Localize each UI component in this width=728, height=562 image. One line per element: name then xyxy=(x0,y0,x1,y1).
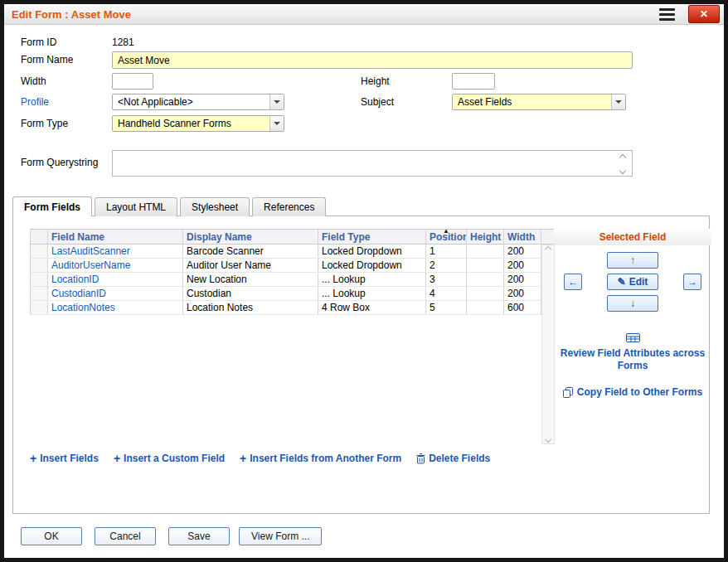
header-height[interactable]: Height xyxy=(467,230,504,244)
insert-fields-link[interactable]: + Insert Fields xyxy=(30,453,99,464)
up-arrow-icon: ↑ xyxy=(630,254,635,266)
profile-value: <Not Applicable> xyxy=(113,94,269,109)
review-field-attributes-link[interactable]: Review Field Attributes across Forms xyxy=(554,347,711,372)
edit-form-dialog: Edit Form : Asset Move ✕ Form ID 1281 Fo… xyxy=(0,0,728,562)
cell-display-name: Location Notes xyxy=(183,301,318,314)
form-id-row: Form ID 1281 xyxy=(21,34,707,52)
querystring-scroll-icons xyxy=(618,153,628,175)
row-selector[interactable] xyxy=(30,287,48,300)
close-button[interactable]: ✕ xyxy=(688,5,720,23)
cell-height xyxy=(467,273,504,286)
form-fields-panel: Field Name Display Name Field Type ▲ Pos… xyxy=(12,216,710,514)
view-form-button[interactable]: View Form ... xyxy=(239,527,322,545)
subject-dropdown[interactable]: Asset Fields xyxy=(452,94,626,110)
cell-field-type: ... Lookup xyxy=(318,287,426,300)
move-up-button[interactable]: ↑ xyxy=(607,252,658,269)
header-position[interactable]: ▲ Position xyxy=(426,230,467,244)
form-name-label: Form Name xyxy=(21,54,73,65)
menu-icon[interactable] xyxy=(659,8,675,21)
cell-position: 4 xyxy=(426,287,467,300)
insert-custom-field-link[interactable]: + Insert a Custom Field xyxy=(114,453,225,464)
copy-field-link[interactable]: Copy Field to Other Forms xyxy=(563,386,702,399)
close-icon: ✕ xyxy=(700,8,708,20)
move-row: ← ✎ Edit → xyxy=(564,274,701,290)
row-selector[interactable] xyxy=(30,259,48,272)
cell-display-name: Custodian xyxy=(183,287,318,300)
dialog-title: Edit Form : Asset Move xyxy=(12,8,131,21)
subject-label: Subject xyxy=(361,96,394,108)
cell-display-name: Barcode Scanner xyxy=(183,245,318,258)
fields-table: Field Name Display Name Field Type ▲ Pos… xyxy=(30,229,555,315)
row-selector[interactable] xyxy=(30,245,48,258)
profile-dropdown[interactable]: <Not Applicable> xyxy=(112,94,284,110)
header-scroll-spacer xyxy=(541,230,555,244)
tab-form-fields[interactable]: Form Fields xyxy=(12,196,92,216)
cell-field-name[interactable]: CustodianID xyxy=(48,287,183,300)
header-field-name[interactable]: Field Name xyxy=(48,230,183,244)
cell-width: 200 xyxy=(504,245,541,258)
row-selector[interactable] xyxy=(30,301,48,314)
form-querystring-input[interactable] xyxy=(112,150,633,177)
table-row[interactable]: LastAuditScanner Barcode Scanner Locked … xyxy=(30,245,555,259)
table-row[interactable]: CustodianID Custodian ... Lookup 4 200 xyxy=(30,287,555,301)
tab-references[interactable]: References xyxy=(252,197,326,216)
width-label: Width xyxy=(21,75,46,87)
cell-height xyxy=(467,301,504,314)
header-display-name[interactable]: Display Name xyxy=(183,230,318,244)
form-name-input[interactable] xyxy=(112,51,633,69)
header-width[interactable]: Width xyxy=(504,230,541,244)
scroll-down-icon[interactable] xyxy=(619,167,626,174)
form-id-value: 1281 xyxy=(112,36,134,48)
header-field-type[interactable]: Field Type xyxy=(318,230,426,244)
move-right-button[interactable]: → xyxy=(683,274,701,290)
scrollbar-up-icon[interactable] xyxy=(545,246,551,253)
tab-layout-html[interactable]: Layout HTML xyxy=(95,197,177,216)
form-type-dropdown-arrow-icon[interactable] xyxy=(269,116,284,131)
querystring-row: Form Querystring xyxy=(21,150,707,180)
form-type-dropdown[interactable]: Handheld Scanner Forms xyxy=(112,115,284,132)
grid-icon xyxy=(554,333,711,345)
form-type-value: Handheld Scanner Forms xyxy=(113,116,269,131)
save-button[interactable]: Save xyxy=(168,527,230,545)
edit-field-button[interactable]: ✎ Edit xyxy=(607,274,658,290)
insert-fields-from-form-link[interactable]: + Insert Fields from Another Form xyxy=(240,453,401,464)
cell-width: 600 xyxy=(504,301,541,314)
down-arrow-icon: ↓ xyxy=(630,298,635,309)
table-row[interactable]: AuditorUserName Auditor User Name Locked… xyxy=(30,259,555,273)
cell-field-name[interactable]: AuditorUserName xyxy=(48,259,183,272)
delete-fields-link[interactable]: Delete Fields xyxy=(416,453,490,464)
move-down-button[interactable]: ↓ xyxy=(607,295,658,312)
cell-position: 2 xyxy=(426,259,467,272)
table-scrollbar[interactable] xyxy=(541,245,555,444)
row-selector[interactable] xyxy=(30,273,48,286)
ok-button[interactable]: OK xyxy=(21,527,82,545)
plus-icon: + xyxy=(114,453,120,463)
cancel-button[interactable]: Cancel xyxy=(95,527,156,545)
scroll-up-icon[interactable] xyxy=(619,154,626,161)
move-left-button[interactable]: ← xyxy=(564,274,582,290)
cell-width: 200 xyxy=(504,287,541,300)
table-row[interactable]: LocationNotes Location Notes 4 Row Box 5… xyxy=(30,301,555,315)
table-row[interactable]: LocationID New Location ... Lookup 3 200 xyxy=(30,273,555,287)
form-type-label: Form Type xyxy=(21,118,68,129)
cell-field-name[interactable]: LastAuditScanner xyxy=(48,245,183,258)
cell-field-name[interactable]: LocationNotes xyxy=(48,301,183,314)
width-input[interactable] xyxy=(112,73,153,90)
profile-label[interactable]: Profile xyxy=(21,96,49,108)
pencil-icon: ✎ xyxy=(618,276,626,288)
plus-icon: + xyxy=(30,453,36,463)
cell-field-type: Locked Dropdown xyxy=(318,245,426,258)
fields-table-header: Field Name Display Name Field Type ▲ Pos… xyxy=(30,229,555,245)
height-input[interactable] xyxy=(452,73,495,90)
cell-position: 3 xyxy=(426,273,467,286)
form-id-label: Form ID xyxy=(21,36,56,48)
cell-height xyxy=(467,245,504,258)
tab-stylesheet[interactable]: Stylesheet xyxy=(180,197,250,216)
sort-arrow-icon: ▲ xyxy=(443,230,449,235)
profile-subject-row: Profile <Not Applicable> Subject Asset F… xyxy=(21,94,707,112)
cell-field-name[interactable]: LocationID xyxy=(48,273,183,286)
profile-dropdown-arrow-icon[interactable] xyxy=(269,94,284,109)
subject-dropdown-arrow-icon[interactable] xyxy=(611,94,625,109)
scrollbar-down-icon[interactable] xyxy=(545,436,551,443)
cell-position: 5 xyxy=(426,301,467,314)
